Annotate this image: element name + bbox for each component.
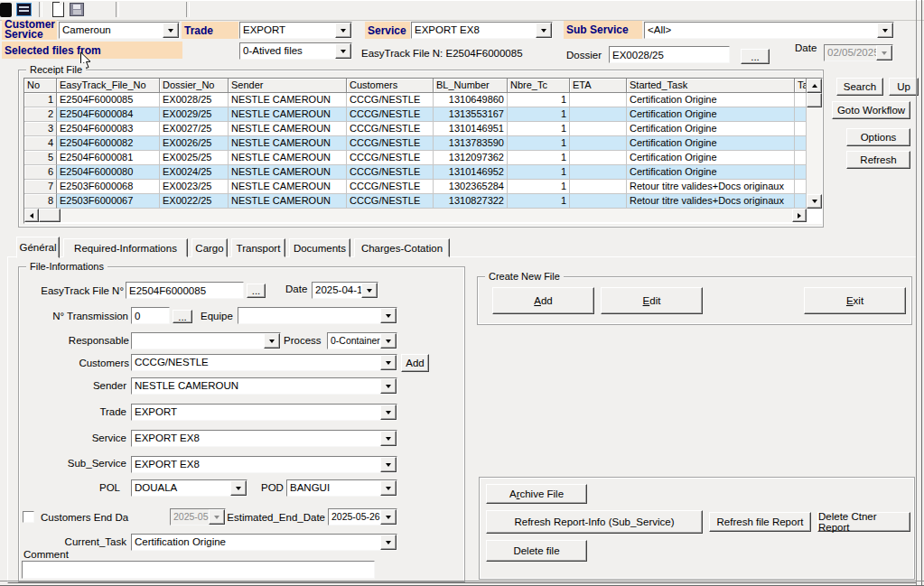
column-header[interactable]: Customers — [347, 79, 434, 93]
sub-service-combo[interactable]: EXPORT EX8 — [131, 456, 397, 473]
archive-file-button[interactable]: Archive File — [486, 484, 587, 504]
table-cell — [570, 165, 627, 180]
transmission-browse-button[interactable]: ... — [173, 310, 192, 323]
edit-file-button[interactable]: Edit — [601, 287, 703, 314]
options-button[interactable]: Options — [846, 128, 910, 146]
chevron-down-icon[interactable] — [877, 23, 893, 38]
comment-input[interactable] — [22, 561, 375, 579]
table-row[interactable]: 7E2503F6000068EX0023/25NESTLE CAMEROUNCC… — [24, 180, 822, 194]
column-header[interactable]: EasyTrack_File_No — [57, 79, 160, 93]
sender-combo[interactable]: NESTLE CAMEROUN — [131, 377, 397, 395]
column-header[interactable]: Started_Task — [627, 79, 795, 93]
current-task-combo[interactable]: Certification Origine — [131, 534, 397, 551]
delete-ctner-report-button[interactable]: Delete Ctner Report — [817, 512, 910, 532]
transmission-input[interactable] — [131, 307, 170, 324]
chevron-down-icon[interactable] — [380, 355, 397, 370]
scroll-down-button[interactable] — [807, 194, 822, 209]
chevron-down-icon[interactable] — [380, 333, 397, 349]
estimated-end-date-combo[interactable]: 2025-05-26 — [328, 508, 397, 526]
chevron-down-icon[interactable] — [536, 23, 552, 38]
process-combo[interactable]: 0-Container — [327, 332, 397, 349]
vertical-scrollbar[interactable] — [807, 79, 822, 209]
tab-charges-cotation[interactable]: Charges-Cotation — [354, 238, 450, 257]
new-file-icon[interactable] — [52, 2, 64, 17]
trade-combo[interactable]: EXPORT — [131, 404, 397, 421]
dossier-input[interactable] — [609, 46, 730, 63]
chevron-down-icon[interactable] — [335, 43, 351, 59]
pod-combo[interactable]: BANGUI — [286, 479, 397, 497]
save-icon[interactable] — [70, 3, 84, 16]
chevron-down-icon[interactable] — [264, 333, 280, 349]
scroll-left-button[interactable] — [24, 209, 39, 222]
keyboard-icon[interactable] — [16, 3, 32, 16]
up-button[interactable]: Up — [889, 78, 919, 96]
chevron-down-icon[interactable] — [380, 480, 397, 496]
chevron-down-icon[interactable] — [230, 480, 247, 496]
selected-files-combo[interactable]: 0-Atived files — [239, 42, 352, 60]
refresh-file-report-button[interactable]: Refresh file Report — [709, 512, 811, 532]
table-cell — [795, 136, 807, 151]
trade-filter-combo[interactable]: EXPORT — [239, 22, 352, 39]
column-header[interactable]: Dossier_No — [160, 79, 229, 93]
column-header[interactable]: Sender — [229, 79, 347, 93]
service-combo[interactable]: EXPORT EX8 — [131, 430, 397, 447]
table-cell: Certification Origine — [627, 151, 795, 165]
table-row[interactable]: 6E2504F6000080EX0024/25NESTLE CAMEROUNCC… — [24, 165, 822, 180]
refresh-report-info-button[interactable]: Refresh Report-Info (Sub_Service) — [486, 510, 703, 534]
chevron-down-icon[interactable] — [380, 378, 397, 394]
column-header[interactable]: BL_Number — [434, 79, 508, 93]
easytrack-file-input[interactable] — [126, 282, 244, 299]
exit-button[interactable]: Exit — [804, 287, 906, 314]
chevron-down-icon[interactable] — [380, 431, 397, 446]
scroll-up-button[interactable] — [807, 79, 822, 93]
table-row[interactable]: 5E2504F6000081EX0025/25NESTLE CAMEROUNCC… — [24, 151, 822, 165]
column-header[interactable]: ETA — [570, 79, 627, 93]
column-header[interactable]: Ta — [795, 79, 807, 93]
chevron-down-icon[interactable] — [361, 283, 378, 298]
service-filter-combo[interactable]: EXPORT EX8 — [411, 22, 553, 39]
dossier-browse-button[interactable]: ... — [741, 49, 770, 64]
equipe-combo[interactable] — [238, 307, 397, 324]
table-row[interactable]: 2E2504F6000084EX0029/25NESTLE CAMEROUNCC… — [24, 107, 822, 122]
table-cell: E2504F6000085 — [57, 93, 160, 107]
tab-required-informations[interactable]: Required-Informations — [63, 238, 188, 257]
chevron-down-icon[interactable] — [335, 23, 351, 38]
table-row[interactable]: 1E2504F6000085EX0028/25NESTLE CAMEROUNCC… — [24, 93, 822, 107]
responsable-combo[interactable] — [131, 332, 281, 349]
file-date-combo[interactable]: 2025-04-14 — [312, 282, 378, 299]
table-cell: Certification Origine — [627, 107, 795, 122]
tab-general[interactable]: Général — [16, 237, 60, 258]
customers-combo[interactable]: CCCG/NESTLE — [131, 354, 397, 371]
pol-combo[interactable]: DOUALA — [131, 479, 247, 497]
sub-service-filter-combo[interactable]: <All> — [644, 22, 894, 39]
chevron-down-icon[interactable] — [380, 509, 397, 525]
table-row[interactable]: 3E2504F6000083EX0027/25NESTLE CAMEROUNCC… — [24, 122, 822, 136]
column-header[interactable]: No — [24, 79, 57, 93]
table-cell: 2 — [24, 107, 57, 122]
chevron-down-icon[interactable] — [163, 23, 179, 38]
customer-service-combo[interactable]: Cameroun — [59, 22, 180, 39]
search-button[interactable]: Search — [836, 78, 883, 96]
delete-file-button[interactable]: Delete file — [486, 540, 587, 562]
chevron-down-icon[interactable] — [380, 457, 397, 472]
vertical-scroll-thumb[interactable] — [807, 93, 822, 107]
table-row[interactable]: 4E2504F6000082EX0026/25NESTLE CAMEROUNCC… — [24, 136, 822, 151]
horizontal-scroll-thumb[interactable] — [39, 209, 61, 222]
customers-end-date-checkbox[interactable] — [23, 511, 34, 523]
add-customer-button[interactable]: Add — [401, 354, 429, 372]
table-row[interactable]: 8E2503F6000067EX0022/25NESTLE CAMEROUNCC… — [24, 194, 822, 209]
tab-transport[interactable]: Transport — [231, 238, 285, 257]
scroll-right-button[interactable] — [792, 209, 807, 222]
add-file-button[interactable]: Add — [492, 287, 594, 314]
horizontal-scrollbar[interactable] — [24, 209, 807, 222]
tab-documents[interactable]: Documents — [289, 238, 350, 257]
chevron-down-icon[interactable] — [380, 535, 397, 550]
tab-cargo[interactable]: Cargo — [191, 238, 228, 257]
column-header[interactable]: Nbre_Tc — [508, 79, 570, 93]
chevron-down-icon[interactable] — [380, 308, 397, 323]
easytrack-browse-button[interactable]: ... — [247, 284, 266, 298]
chevron-down-icon[interactable] — [380, 405, 397, 420]
refresh-button[interactable]: Refresh — [846, 151, 910, 169]
goto-workflow-button[interactable]: Goto Workflow — [832, 101, 910, 119]
window-icon[interactable] — [0, 3, 12, 17]
